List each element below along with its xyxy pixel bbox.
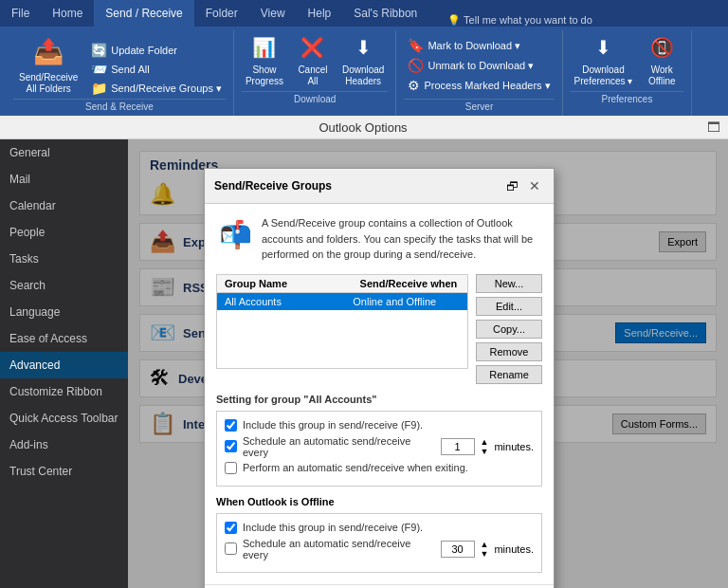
offline-section-label: When Outlook is Offline	[216, 496, 542, 507]
offline-include-label: Include this group in send/receive (F9).	[243, 522, 423, 533]
ribbon-group-server: 🔖 Mark to Download ▾ 🚫 Unmark to Downloa…	[396, 30, 562, 116]
table-body: All Accounts Online and Offline	[216, 293, 468, 369]
title-bar: Outlook Options 🗖	[0, 116, 728, 139]
send-all-button[interactable]: 📨 Send All	[87, 61, 226, 78]
tab-send-receive[interactable]: Send / Receive	[94, 0, 193, 27]
dialog-title-bar: Send/Receive Groups 🗗 ✕	[205, 169, 554, 204]
sidebar-item-trust-center[interactable]: Trust Center	[0, 458, 128, 485]
sidebar: General Mail Calendar People Tasks Searc…	[0, 139, 128, 588]
sidebar-item-add-ins[interactable]: Add-ins	[0, 432, 128, 458]
send-all-icon: 📨	[91, 62, 107, 77]
remove-button[interactable]: Remove	[476, 342, 542, 361]
action-buttons-column: New... Edit... Copy... Remove Rename	[476, 274, 542, 384]
online-schedule-checkbox[interactable]	[225, 440, 237, 452]
cancel-all-label: CancelAll	[298, 64, 327, 87]
col-group-name: Group Name	[217, 275, 353, 292]
ribbon-content: 📤 Send/ReceiveAll Folders 🔄 Update Folde…	[0, 27, 728, 116]
unmark-download-icon: 🚫	[408, 58, 424, 73]
tab-sals-ribbon[interactable]: Sal's Ribbon	[342, 0, 428, 27]
tab-home[interactable]: Home	[41, 0, 94, 27]
offline-schedule-row: Schedule an automatic send/receive every…	[225, 538, 534, 560]
offline-schedule-label: Schedule an automatic send/receive every	[243, 538, 435, 560]
send-receive-groups-icon: 📁	[91, 81, 107, 96]
download-group-label: Download	[242, 91, 389, 104]
mark-to-download-button[interactable]: 🔖 Mark to Download ▾	[404, 37, 554, 54]
online-auto-exit-checkbox[interactable]	[225, 462, 237, 474]
table-header: Group Name Send/Receive when	[216, 274, 468, 293]
edit-button[interactable]: Edit...	[476, 297, 542, 316]
unmark-to-download-button[interactable]: 🚫 Unmark to Download ▾	[404, 57, 554, 74]
offline-include-checkbox[interactable]	[225, 522, 237, 534]
groups-row: Group Name Send/Receive when All Account…	[216, 274, 542, 384]
rename-button[interactable]: Rename	[476, 365, 542, 384]
download-prefs-icon: ⬇	[588, 32, 618, 63]
sidebar-item-search[interactable]: Search	[0, 272, 128, 299]
sidebar-item-calendar[interactable]: Calendar	[0, 193, 128, 219]
main-area: General Mail Calendar People Tasks Searc…	[0, 139, 728, 588]
maximize-icon[interactable]: 🗖	[703, 119, 724, 135]
tab-view[interactable]: View	[249, 0, 297, 27]
online-interval-up[interactable]: ▲	[481, 437, 489, 447]
ribbon-tabs: File Home Send / Receive Folder View Hel…	[0, 0, 728, 27]
offline-interval-down[interactable]: ▼	[481, 549, 489, 559]
tab-folder[interactable]: Folder	[194, 0, 249, 27]
online-schedule-label: Schedule an automatic send/receive every	[243, 435, 435, 458]
dialog-footer: Close	[205, 584, 554, 589]
send-receive-all-button[interactable]: 📤 Send/ReceiveAll Folders	[13, 30, 83, 97]
send-receive-icon: 📤	[29, 32, 67, 70]
cell-group-name: All Accounts	[225, 296, 353, 307]
sidebar-item-advanced[interactable]: Advanced	[0, 352, 128, 378]
mark-download-icon: 🔖	[408, 38, 424, 53]
offline-interval-up[interactable]: ▲	[481, 540, 489, 549]
cancel-all-button[interactable]: ❌ CancelAll	[291, 30, 335, 89]
show-progress-label: ShowProgress	[246, 64, 283, 87]
online-schedule-row: Schedule an automatic send/receive every…	[225, 435, 534, 458]
dialog-info-row: 📬 A Send/Receive group contains a collec…	[216, 215, 542, 263]
update-folder-icon: 🔄	[91, 43, 107, 58]
sidebar-item-people[interactable]: People	[0, 219, 128, 246]
dialog-info-icon: 📬	[216, 215, 254, 253]
sidebar-item-customize-ribbon[interactable]: Customize Ribbon	[0, 378, 128, 405]
setting-section-label: Setting for group "All Accounts"	[216, 394, 542, 405]
online-interval-input[interactable]	[441, 438, 475, 455]
process-marked-headers-button[interactable]: ⚙ Process Marked Headers ▾	[404, 77, 554, 94]
ribbon: File Home Send / Receive Folder View Hel…	[0, 0, 728, 116]
col-send-receive-when: Send/Receive when	[353, 275, 467, 292]
send-receive-groups-button[interactable]: 📁 Send/Receive Groups ▾	[87, 80, 226, 97]
update-folder-button[interactable]: 🔄 Update Folder	[87, 42, 226, 59]
mark-download-label: Mark to Download ▾	[428, 40, 520, 52]
download-headers-button[interactable]: ⬇ DownloadHeaders	[338, 30, 388, 89]
update-folder-label: Update Folder	[111, 45, 177, 56]
preferences-group-label: Preferences	[571, 91, 684, 104]
ribbon-group-download: 📊 ShowProgress ❌ CancelAll ⬇ DownloadHea…	[234, 30, 397, 116]
tab-help[interactable]: Help	[297, 0, 343, 27]
sidebar-item-mail[interactable]: Mail	[0, 166, 128, 193]
sidebar-item-general[interactable]: General	[0, 139, 128, 166]
send-receive-label: Send/ReceiveAll Folders	[19, 72, 78, 95]
online-interval-down[interactable]: ▼	[481, 447, 489, 456]
work-offline-icon: 📵	[646, 32, 677, 63]
ribbon-group-send-receive: 📤 Send/ReceiveAll Folders 🔄 Update Folde…	[6, 30, 234, 116]
show-progress-button[interactable]: 📊 ShowProgress	[242, 30, 287, 89]
sidebar-item-language[interactable]: Language	[0, 299, 128, 325]
groups-table-area: Group Name Send/Receive when All Account…	[216, 274, 468, 384]
table-row[interactable]: All Accounts Online and Offline	[217, 293, 467, 310]
offline-interval-input[interactable]	[441, 541, 475, 558]
offline-section: When Outlook is Offline Include this gro…	[216, 496, 542, 573]
show-progress-icon: 📊	[249, 32, 280, 63]
dialog-close-button[interactable]: ✕	[525, 176, 544, 195]
work-offline-button[interactable]: 📵 WorkOffline	[640, 30, 683, 89]
table-empty-area	[217, 310, 467, 367]
send-receive-groups-label: Send/Receive Groups ▾	[111, 83, 222, 95]
tab-file[interactable]: File	[0, 0, 41, 27]
online-include-checkbox[interactable]	[225, 419, 237, 432]
offline-schedule-checkbox[interactable]	[225, 542, 237, 555]
new-button[interactable]: New...	[476, 274, 542, 293]
sidebar-item-tasks[interactable]: Tasks	[0, 246, 128, 272]
download-preferences-button[interactable]: ⬇ DownloadPreferences ▾	[571, 30, 637, 89]
sidebar-item-ease-of-access[interactable]: Ease of Access	[0, 325, 128, 352]
cancel-all-icon: ❌	[298, 32, 328, 63]
dialog-restore-icon[interactable]: 🗗	[503, 179, 521, 193]
copy-button[interactable]: Copy...	[476, 320, 542, 339]
sidebar-item-quick-access-toolbar[interactable]: Quick Access Toolbar	[0, 405, 128, 432]
